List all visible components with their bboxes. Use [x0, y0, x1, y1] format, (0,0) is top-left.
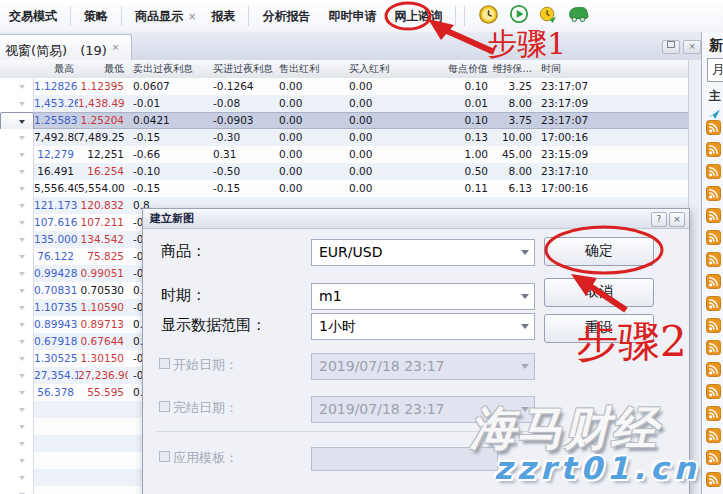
column-header-2[interactable]: 卖出过夜利息 — [128, 60, 208, 78]
table-cell — [34, 486, 78, 494]
table-row[interactable]: 1.255831.252040.0421-0.09030.000.000.103… — [0, 112, 688, 129]
rss-icon[interactable] — [706, 252, 721, 271]
close-button[interactable]: × — [683, 40, 701, 54]
column-header-5[interactable]: 买入红利 — [344, 60, 420, 78]
row-selector[interactable] — [0, 180, 34, 198]
rss-icon[interactable] — [706, 428, 721, 447]
table-cell — [34, 435, 78, 453]
rss-icon[interactable] — [706, 208, 721, 227]
play-icon[interactable] — [509, 4, 529, 28]
start-date-checkbox[interactable] — [159, 358, 170, 369]
rss-icon[interactable] — [706, 142, 721, 161]
rss-icon[interactable] — [706, 406, 721, 425]
table-cell: 5,556.40 — [34, 180, 78, 198]
table-row[interactable]: 5,556.405,554.00-0.15-0.150.000.000.116.… — [0, 180, 688, 197]
rss-icon[interactable] — [706, 120, 721, 139]
rss-icon[interactable] — [706, 186, 721, 205]
row-selector[interactable] — [0, 316, 34, 334]
start-date-value: 2019/07/18 23:17 — [319, 354, 445, 378]
row-selector[interactable] — [0, 401, 34, 419]
range-select[interactable]: 1小时 — [311, 313, 535, 340]
row-selector[interactable] — [0, 197, 34, 215]
restore-icon — [667, 41, 675, 48]
rss-icon[interactable] — [706, 230, 721, 249]
vertical-scrollbar[interactable] — [688, 60, 702, 494]
row-selector[interactable] — [0, 367, 34, 385]
column-header-7[interactable]: 维持保... — [492, 60, 536, 78]
table-row[interactable]: 1.128261.123950.0607-0.12640.000.000.103… — [0, 78, 688, 95]
dialog-help-button[interactable]: ? — [651, 212, 667, 227]
row-selector[interactable] — [0, 163, 34, 181]
row-selector[interactable] — [0, 418, 34, 436]
row-selector[interactable] — [0, 469, 34, 487]
end-date-checkbox[interactable] — [159, 401, 170, 412]
row-filler — [620, 163, 688, 181]
table-row[interactable]: 7,492.807,489.25-0.15-0.300.000.000.1310… — [0, 129, 688, 146]
column-header-1[interactable]: 最低 — [78, 60, 128, 78]
transport-icon[interactable] — [567, 4, 589, 28]
row-selector[interactable] — [0, 129, 34, 147]
row-selector[interactable] — [0, 333, 34, 351]
tab-close-icon[interactable]: × — [112, 42, 120, 52]
chevron-down-icon[interactable] — [521, 250, 529, 255]
toolbar-item-3[interactable]: 报表 — [202, 8, 244, 25]
chevron-down-icon — [19, 408, 25, 412]
ok-button[interactable]: 确定 — [544, 237, 654, 266]
template-checkbox[interactable] — [159, 451, 170, 462]
clock-arrow-icon[interactable] — [538, 4, 558, 28]
rss-icon[interactable] — [706, 274, 721, 293]
row-selector[interactable] — [0, 384, 34, 402]
panel-close-icon[interactable]: × — [188, 11, 202, 22]
row-selector[interactable] — [0, 435, 34, 453]
reset-button[interactable]: 重设 — [544, 314, 654, 343]
row-selector[interactable] — [0, 146, 34, 164]
tab-window-simple[interactable]: 视窗(简易) (19)× — [0, 34, 132, 60]
row-selector[interactable] — [0, 350, 34, 368]
chevron-down-icon[interactable] — [521, 324, 529, 329]
row-selector[interactable] — [0, 78, 34, 96]
row-selector[interactable] — [0, 282, 34, 300]
rss-icon[interactable] — [706, 164, 721, 183]
toolbar-item-5[interactable]: 即时申请 — [319, 8, 385, 25]
toolbar-item-0[interactable]: 交易模式 — [0, 8, 66, 25]
rss-icon[interactable] — [706, 384, 721, 403]
news-filter-box[interactable]: 月 — [707, 58, 723, 82]
row-selector[interactable] — [0, 452, 34, 470]
cancel-button[interactable]: 取消 — [544, 278, 654, 307]
chevron-down-icon — [19, 255, 25, 259]
row-selector[interactable] — [0, 231, 34, 249]
column-header-0[interactable]: 最高 — [34, 60, 78, 78]
row-selector[interactable] — [0, 265, 34, 283]
toolbar-item-4[interactable]: 分析报告 — [253, 8, 319, 25]
symbol-select[interactable]: EUR/USD — [311, 239, 535, 266]
rss-icon[interactable] — [706, 450, 721, 469]
rss-icon[interactable] — [706, 340, 721, 359]
rss-icon[interactable] — [706, 362, 721, 381]
row-selector[interactable] — [0, 486, 34, 494]
toolbar-item-2[interactable]: 商品显示 — [126, 8, 192, 25]
table-row[interactable]: 16.49116.254-0.10-0.500.000.000.508.0023… — [0, 163, 688, 180]
dialog-title-bar[interactable]: 建立新图 ? × — [143, 209, 689, 229]
clock-icon[interactable] — [477, 3, 500, 30]
chevron-down-icon[interactable] — [521, 294, 529, 299]
period-select[interactable]: m1 — [311, 283, 535, 310]
row-selector[interactable] — [0, 214, 34, 232]
table-cell: -0.30 — [208, 129, 274, 147]
rss-icon[interactable] — [706, 296, 721, 315]
table-row[interactable]: 1,453.261,438.49-0.01-0.080.000.000.018.… — [0, 95, 688, 112]
column-header-8[interactable]: 时间 — [536, 60, 620, 78]
table-row[interactable]: 12,27912,251-0.660.310.000.001.0045.0023… — [0, 146, 688, 163]
toolbar-item-6[interactable]: 网上谘询 — [385, 8, 451, 25]
row-selector[interactable] — [0, 299, 34, 317]
toolbar-item-1[interactable]: 策略 — [75, 8, 117, 25]
row-selector[interactable] — [0, 248, 34, 266]
table-cell — [78, 486, 128, 494]
restore-button[interactable] — [662, 40, 680, 54]
dialog-close-button[interactable]: × — [669, 212, 685, 227]
column-header-4[interactable]: 售出红利 — [274, 60, 344, 78]
row-selector[interactable] — [0, 95, 34, 113]
column-header-3[interactable]: 买进过夜利息 — [208, 60, 274, 78]
column-header-6[interactable]: 每点价值 — [420, 60, 492, 78]
rss-icon[interactable] — [706, 318, 721, 337]
rss-icon[interactable] — [706, 472, 721, 491]
